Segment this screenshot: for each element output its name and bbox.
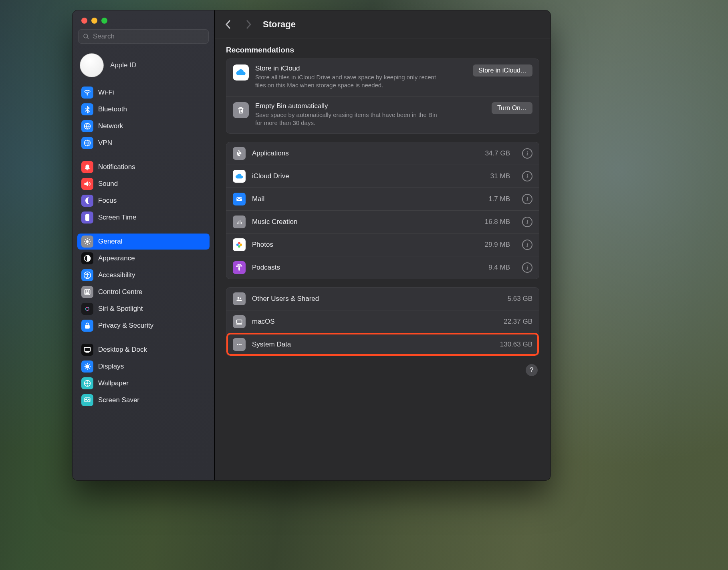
help-button[interactable]: ?: [526, 364, 538, 376]
info-icon[interactable]: i: [522, 217, 532, 227]
storage-row-apps[interactable]: Applications34.7 GBi: [226, 142, 539, 165]
svg-point-45: [239, 344, 240, 345]
sidebar-item-appearance[interactable]: Appearance: [77, 250, 210, 266]
storage-size: 29.9 MB: [485, 241, 510, 249]
svg-point-2: [87, 95, 88, 95]
storage-label: Applications: [252, 149, 289, 157]
storage-label: iCloud Drive: [252, 172, 289, 180]
sidebar-item-label: Displays: [98, 363, 124, 371]
svg-point-21: [86, 365, 89, 368]
accessibility-icon: [81, 269, 93, 281]
storage-size: 16.8 MB: [485, 218, 510, 226]
sidebar-item-accessibility[interactable]: Accessibility: [77, 267, 210, 283]
svg-point-23: [87, 383, 88, 384]
svg-point-29: [238, 155, 240, 157]
svg-line-1: [87, 38, 89, 39]
svg-point-36: [240, 244, 242, 246]
storage-card: Applications34.7 GBiiCloud Drive31 MBiMa…: [226, 142, 539, 279]
sidebar: Apple ID Wi-FiBluetoothNetworkVPNNotific…: [73, 10, 215, 480]
recommendation-desc: Save space by automatically erasing item…: [255, 111, 444, 127]
sidebar-item-displays[interactable]: Displays: [77, 359, 210, 375]
info-icon[interactable]: i: [522, 240, 532, 250]
recommendation-desc: Store all files in iCloud Drive and save…: [255, 73, 444, 90]
storage-size: 31 MB: [490, 172, 510, 180]
info-icon[interactable]: i: [522, 262, 532, 273]
svg-rect-31: [238, 223, 238, 225]
sidebar-item-label: Privacy & Security: [98, 322, 153, 330]
apple-id-account[interactable]: Apple ID: [73, 48, 214, 85]
sidebar-item-screensaver[interactable]: Screen Saver: [77, 392, 210, 408]
storage-card: Other Users & Shared5.63 GBmacOS22.37 GB…: [226, 287, 539, 356]
content: Recommendations Store in iCloudStore all…: [215, 38, 551, 384]
macos-icon: [233, 315, 246, 328]
storage-size: 5.63 GB: [508, 295, 532, 303]
sidebar-item-label: Accessibility: [98, 271, 135, 279]
storage-row-mail[interactable]: Mail1.7 MBi: [226, 187, 539, 210]
wallpaper-icon: [81, 377, 93, 389]
storage-label: Photos: [252, 241, 273, 249]
storage-row-podcasts[interactable]: Podcasts9.4 MBi: [226, 256, 539, 279]
sidebar-item-sound[interactable]: Sound: [77, 176, 210, 192]
minimize-window-button[interactable]: [91, 18, 97, 24]
svg-point-7: [87, 241, 89, 243]
storage-size: 22.37 GB: [504, 318, 532, 326]
privacy-icon: [81, 320, 93, 332]
sidebar-item-label: Focus: [98, 197, 117, 205]
sidebar-item-siri[interactable]: Siri & Spotlight: [77, 301, 210, 317]
network-icon: [81, 120, 93, 132]
sidebar-item-control-centre[interactable]: Control Centre: [77, 284, 210, 300]
svg-rect-14: [86, 293, 89, 294]
sidebar-item-label: Siri & Spotlight: [98, 305, 143, 313]
sidebar-item-general[interactable]: General: [77, 234, 210, 250]
nav-forward-button[interactable]: [243, 19, 254, 30]
sidebar-item-screentime[interactable]: Screen Time: [77, 209, 210, 226]
storage-row-photos[interactable]: Photos29.9 MBi: [226, 233, 539, 256]
sidebar-item-vpn[interactable]: VPN: [77, 135, 210, 151]
recommendation-title: Empty Bin automatically: [255, 102, 444, 110]
recommendations-card: Store in iCloudStore all files in iCloud…: [226, 58, 539, 134]
storage-row-music[interactable]: Music Creation16.8 MBi: [226, 210, 539, 233]
apps-icon: [233, 147, 246, 160]
window-controls: [73, 10, 214, 29]
screentime-icon: [81, 211, 93, 224]
sidebar-item-privacy[interactable]: Privacy & Security: [77, 318, 210, 334]
svg-point-40: [238, 297, 240, 299]
sidebar-item-label: Network: [98, 122, 123, 130]
info-icon[interactable]: i: [522, 194, 532, 204]
sidebar-item-notifications[interactable]: Notifications: [77, 159, 210, 175]
info-icon[interactable]: i: [522, 148, 532, 159]
svg-rect-42: [236, 320, 242, 323]
nav-back-button[interactable]: [223, 19, 234, 30]
sidebar-item-label: Desktop & Dock: [98, 346, 147, 354]
storage-row-systemdata: System Data130.63 GB: [226, 333, 539, 356]
sidebar-item-wifi[interactable]: Wi-Fi: [77, 85, 210, 101]
svg-point-37: [238, 245, 240, 248]
search-field[interactable]: [78, 29, 209, 44]
sidebar-item-bluetooth[interactable]: Bluetooth: [77, 101, 210, 117]
info-icon[interactable]: i: [522, 171, 532, 181]
sidebar-item-focus[interactable]: Focus: [77, 193, 210, 209]
search-input[interactable]: [93, 32, 204, 40]
search-icon: [83, 33, 90, 40]
svg-rect-6: [87, 216, 89, 217]
fullscreen-window-button[interactable]: [101, 18, 107, 24]
svg-point-38: [236, 244, 239, 246]
storage-row-iclouddrive[interactable]: iCloud Drive31 MBi: [226, 165, 539, 187]
svg-point-0: [84, 34, 88, 38]
sidebar-item-label: Sound: [98, 180, 118, 188]
recommendation-action-button[interactable]: Turn On…: [492, 102, 532, 114]
sidebar-item-label: Bluetooth: [98, 105, 127, 113]
svg-point-25: [86, 399, 87, 400]
sidebar-item-wallpaper[interactable]: Wallpaper: [77, 375, 210, 391]
recommendation-icloud: Store in iCloudStore all files in iCloud…: [226, 59, 539, 96]
storage-size: 34.7 GB: [485, 149, 510, 157]
sidebar-item-desktop-dock[interactable]: Desktop & Dock: [77, 342, 210, 358]
storage-size: 130.63 GB: [500, 340, 532, 348]
recommendation-action-button[interactable]: Store in iCloud…: [473, 64, 532, 77]
close-window-button[interactable]: [81, 18, 87, 24]
recommendation-title: Store in iCloud: [255, 64, 444, 73]
bluetooth-icon: [81, 103, 93, 115]
recommendations-title: Recommendations: [226, 46, 539, 54]
vpn-icon: [81, 137, 93, 149]
sidebar-item-network[interactable]: Network: [77, 118, 210, 134]
